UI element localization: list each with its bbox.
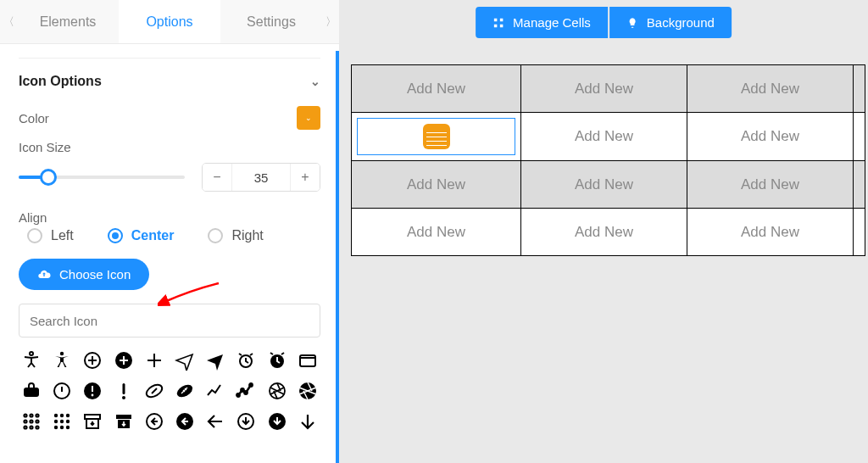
chevron-down-icon: ⌄ — [310, 75, 320, 88]
dots-grid-icon[interactable] — [19, 409, 44, 434]
svg-rect-41 — [116, 415, 131, 419]
arrow-back-circle-icon[interactable] — [172, 409, 198, 434]
aperture-outline-icon[interactable] — [264, 378, 290, 404]
airplane-icon[interactable] — [203, 348, 228, 373]
svg-point-37 — [60, 426, 64, 429]
search-icon-input[interactable] — [19, 304, 320, 337]
cell-add-new[interactable]: Add New — [521, 113, 687, 161]
archive-outline-icon[interactable] — [80, 409, 105, 434]
svg-rect-11 — [122, 383, 125, 394]
icon-size-slider[interactable] — [19, 176, 185, 179]
svg-point-21 — [24, 414, 26, 416]
tab-elements[interactable]: Elements — [17, 0, 119, 43]
decrement-button[interactable]: − — [203, 164, 231, 191]
svg-point-30 — [54, 414, 58, 417]
tabs-prev-button[interactable]: 〈 — [0, 14, 17, 30]
increment-button[interactable]: + — [291, 164, 320, 191]
accessibility-icon[interactable] — [49, 348, 75, 373]
svg-point-12 — [122, 396, 125, 399]
bulb-icon — [626, 17, 638, 29]
plus-icon[interactable] — [142, 348, 167, 373]
plus-circle-outline-icon[interactable] — [80, 348, 105, 373]
svg-point-16 — [242, 388, 244, 391]
arrow-back-circle-outline-icon[interactable] — [142, 409, 167, 434]
cell-add-new[interactable]: Add New — [352, 65, 521, 113]
cell-add-new[interactable]: Add New — [352, 209, 521, 256]
cell-add-new[interactable]: Add New — [687, 65, 854, 113]
tabs-next-button[interactable]: 〉 — [322, 14, 339, 30]
cell-add-new[interactable]: Add New — [687, 209, 854, 256]
accessibility-outline-icon[interactable] — [19, 348, 44, 373]
svg-point-0 — [30, 352, 33, 355]
svg-point-25 — [30, 420, 32, 422]
color-picker[interactable]: ⌄ — [297, 106, 320, 130]
cell-add-new[interactable]: Add New — [352, 161, 521, 209]
svg-point-35 — [66, 420, 70, 423]
cloud-upload-icon — [37, 268, 51, 282]
svg-rect-50 — [500, 24, 504, 27]
svg-point-15 — [237, 393, 240, 396]
svg-point-10 — [92, 394, 94, 397]
analytics-outline-icon[interactable] — [203, 378, 228, 404]
dots-grid-filled-icon[interactable] — [49, 409, 75, 434]
align-left-radio[interactable]: Left — [27, 228, 74, 243]
cells-table: Add New Add New Add New Add New Add New … — [351, 64, 865, 256]
tab-settings[interactable]: Settings — [220, 0, 322, 43]
tab-options[interactable]: Options — [119, 0, 220, 43]
svg-point-23 — [36, 414, 38, 416]
football-outline-icon[interactable] — [142, 378, 167, 404]
svg-point-32 — [66, 414, 70, 417]
cell-add-new[interactable]: Add New — [521, 65, 687, 113]
archive-icon[interactable] — [111, 409, 136, 434]
plus-circle-icon[interactable] — [111, 348, 136, 373]
radio-icon — [208, 228, 223, 243]
slider-thumb[interactable] — [40, 169, 57, 186]
analytics-icon[interactable] — [233, 378, 259, 404]
svg-point-1 — [60, 352, 64, 355]
background-button[interactable]: Background — [609, 7, 732, 38]
section-title: Icon Options — [19, 74, 102, 89]
align-center-radio[interactable]: Center — [108, 228, 175, 243]
exclaim-icon[interactable] — [111, 378, 136, 404]
svg-point-18 — [250, 383, 253, 386]
svg-point-28 — [30, 426, 32, 428]
svg-point-29 — [36, 426, 38, 428]
alert-circle-outline-icon[interactable] — [49, 378, 75, 404]
cell-add-new[interactable] — [854, 161, 865, 209]
football-icon[interactable] — [172, 378, 198, 404]
radio-icon — [108, 228, 123, 243]
color-label: Color — [19, 111, 49, 126]
cell-add-new[interactable]: Add New — [521, 161, 687, 209]
panel-tabs: 〈 Elements Options Settings 〉 — [0, 0, 339, 44]
cell-add-new[interactable] — [854, 65, 865, 113]
tablet-outline-icon[interactable] — [295, 348, 320, 373]
svg-point-31 — [60, 414, 64, 417]
svg-rect-6 — [300, 355, 315, 366]
manage-cells-button[interactable]: Manage Cells — [476, 7, 608, 38]
alarm-outline-icon[interactable] — [233, 348, 259, 373]
cell-add-new[interactable] — [854, 209, 865, 256]
cell-add-new[interactable]: Add New — [521, 209, 687, 256]
arrow-down-circle-icon[interactable] — [264, 409, 290, 434]
section-header-icon-options[interactable]: Icon Options ⌄ — [19, 74, 320, 89]
radio-icon — [27, 228, 42, 243]
cell-add-new[interactable] — [854, 113, 865, 161]
alarm-icon[interactable] — [264, 348, 290, 373]
airplane-outline-icon[interactable] — [172, 348, 198, 373]
aperture-icon[interactable] — [295, 378, 320, 404]
svg-point-36 — [54, 426, 58, 429]
choose-icon-button[interactable]: Choose Icon — [19, 259, 149, 290]
arrow-down-icon[interactable] — [295, 409, 320, 434]
icon-size-stepper: − 35 + — [202, 163, 320, 192]
cell-add-new[interactable]: Add New — [687, 161, 854, 209]
cell-add-new[interactable]: Add New — [687, 113, 854, 161]
align-right-radio[interactable]: Right — [208, 228, 263, 243]
alert-circle-icon[interactable] — [80, 378, 105, 404]
svg-rect-7 — [24, 388, 39, 397]
icon-size-value: 35 — [231, 164, 291, 191]
cell-selected[interactable] — [352, 113, 521, 161]
suitcase-icon[interactable] — [19, 378, 44, 404]
svg-rect-47 — [494, 18, 498, 21]
arrow-down-circle-outline-icon[interactable] — [233, 409, 259, 434]
arrow-back-icon[interactable] — [203, 409, 228, 434]
